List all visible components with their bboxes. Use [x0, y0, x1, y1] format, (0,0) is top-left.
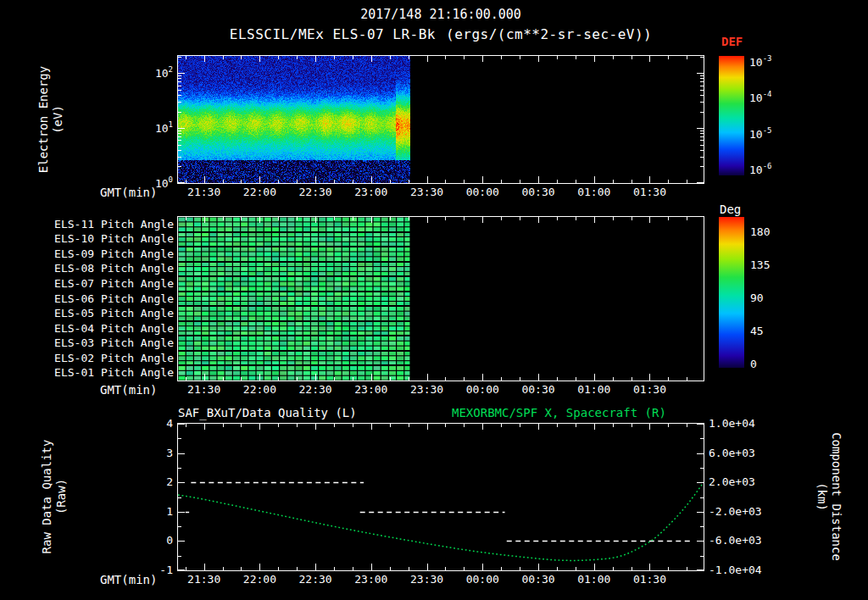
- pitch-row-label: ELS-07 Pitch Angle: [54, 277, 174, 290]
- x-tick-label: 00:00: [466, 186, 499, 199]
- flux-units-text: (ergs/(cm**2-sr-sec-eV)): [446, 26, 652, 42]
- y-label-line: (eV): [51, 26, 65, 213]
- y-label-line: Electron Energy: [36, 26, 51, 213]
- x-tick-label: 01:00: [577, 574, 610, 586]
- x-tick-label: 00:30: [521, 186, 554, 199]
- x-tick-label: 01:30: [633, 186, 666, 199]
- x-tick-label: 23:00: [354, 186, 387, 199]
- pitch-row-label: ELS-04 Pitch Angle: [54, 322, 174, 335]
- y-tick-label: 6.0e+03: [709, 447, 755, 459]
- pitch-row-label: ELS-05 Pitch Angle: [54, 308, 174, 320]
- x-tick-label: 21:30: [187, 186, 220, 199]
- colorbar-tick-label: 45: [750, 325, 764, 338]
- x-tick-label: 23:00: [354, 384, 387, 397]
- x-tick-label: 22:30: [299, 384, 332, 397]
- y-tick-label: 102: [155, 65, 173, 80]
- x-tick-label: 23:00: [354, 574, 387, 586]
- colorbar-tick-label: 180: [750, 225, 770, 238]
- y-tick-label: 101: [155, 120, 173, 135]
- x-tick-label: 21:30: [187, 574, 220, 586]
- y-label-line: Raw Data Quality: [40, 403, 54, 590]
- quality-y-axis-label: Raw Data Quality (Raw): [40, 403, 69, 590]
- colorbar-tick-label: 10-6: [749, 162, 772, 176]
- x-tick-label: 00:00: [466, 384, 499, 397]
- pitch-row-label: ELS-06 Pitch Angle: [54, 292, 174, 305]
- flux-colorbar: [719, 56, 744, 175]
- x-tick-label: 01:30: [633, 574, 666, 586]
- line-title-right: MEXORBMC/SPF X, Spacecraft (R): [452, 406, 666, 419]
- y-tick-label: 3: [166, 447, 173, 459]
- y-label-line: (Raw): [54, 403, 69, 590]
- y-tick-label: 4: [166, 418, 173, 431]
- pitch-row-label: ELS-10 Pitch Angle: [54, 233, 174, 246]
- y-tick-label: -1: [159, 564, 173, 577]
- y-label-line: Component Distance: [829, 403, 843, 590]
- pitch-row-label: ELS-09 Pitch Angle: [54, 247, 174, 260]
- colorbar-tick-label: 10-3: [749, 54, 772, 69]
- x-tick-label: 23:30: [410, 186, 443, 199]
- plot-title: ELSSCIL/MEx ELS-07 LR-Bk(ergs/(cm**2-sr-…: [230, 27, 652, 42]
- y-tick-label: 2: [166, 476, 173, 489]
- distance-y-axis-label: Component Distance (km): [815, 403, 843, 590]
- colorbar-tick-label: 135: [750, 258, 770, 271]
- colorbar-deg-title: Deg: [720, 203, 741, 216]
- line-plot-canvas: [177, 423, 704, 571]
- colorbar-tick-label: 10-5: [749, 126, 772, 141]
- x-tick-label: 01:00: [577, 384, 610, 397]
- y-label-line: (km): [815, 403, 829, 590]
- y-tick-label: 1: [166, 505, 173, 518]
- pitch-row-label: ELS-03 Pitch Angle: [54, 337, 174, 350]
- x-axis-title-1: GMT(min): [100, 186, 157, 199]
- spectrogram-y-axis-label: Electron Energy (eV): [36, 26, 65, 213]
- els-quicklook-display: 2017/148 21:16:00.000 ELSSCIL/MEx ELS-07…: [0, 0, 868, 600]
- x-tick-label: 00:30: [521, 574, 554, 586]
- plot-datetime: 2017/148 21:16:00.000: [360, 8, 521, 22]
- colorbar-tick-label: 90: [750, 292, 764, 305]
- x-tick-label: 22:30: [299, 186, 332, 199]
- line-title-left: SAF_BXuT/Data Quality (L): [178, 406, 357, 419]
- x-tick-label: 00:30: [521, 384, 554, 397]
- pitch-row-label: ELS-02 Pitch Angle: [54, 352, 174, 364]
- x-tick-label: 22:00: [243, 384, 276, 397]
- y-tick-label: 2.0e+03: [709, 476, 755, 489]
- x-axis-title-3: GMT(min): [100, 573, 157, 586]
- pitch-angle-canvas: [177, 216, 704, 381]
- x-tick-label: 23:30: [410, 384, 443, 397]
- y-tick-label: 0: [166, 535, 173, 547]
- y-tick-label: 100: [155, 175, 173, 190]
- pitch-row-label: ELS-11 Pitch Angle: [54, 218, 174, 231]
- x-tick-label: 00:00: [466, 574, 499, 586]
- y-tick-label: -2.0e+03: [709, 505, 762, 518]
- colorbar-tick-label: 0: [750, 358, 757, 371]
- instrument-title-text: ELSSCIL/MEx ELS-07 LR-Bk: [230, 26, 436, 42]
- x-tick-label: 23:30: [410, 574, 443, 586]
- pitch-row-label: ELS-08 Pitch Angle: [54, 263, 174, 275]
- colorbar-tick-label: 10-4: [749, 91, 772, 105]
- y-tick-label: 1.0e+04: [709, 418, 755, 431]
- x-axis-title-2: GMT(min): [100, 383, 157, 397]
- pitch-colorbar: [719, 217, 744, 368]
- x-tick-label: 22:00: [243, 574, 276, 586]
- x-tick-label: 01:30: [633, 384, 666, 397]
- x-tick-label: 22:30: [299, 574, 332, 586]
- x-tick-label: 01:00: [577, 186, 610, 199]
- x-tick-label: 22:00: [243, 186, 276, 199]
- y-tick-label: -6.0e+03: [709, 535, 762, 547]
- pitch-row-label: ELS-01 Pitch Angle: [54, 367, 174, 380]
- y-tick-label: -1.0e+04: [709, 564, 762, 577]
- x-tick-label: 21:30: [187, 384, 220, 397]
- spectrogram-canvas: [177, 55, 704, 184]
- colorbar-def-title: DEF: [721, 35, 743, 48]
